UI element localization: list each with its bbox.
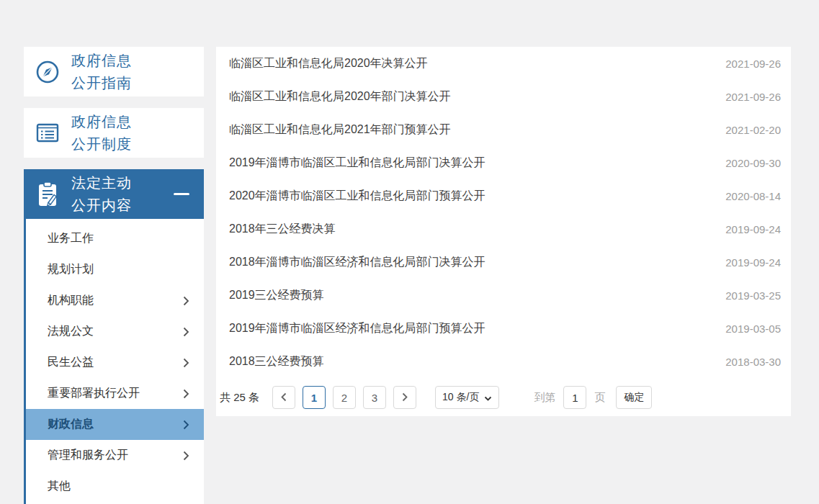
sidebar-submenu: 业务工作 规划计划 机构职能 法规公文 民生公益 (24, 219, 204, 504)
sidebar-item-label: 其他 (48, 479, 71, 494)
sidebar-card-label: 政府信息 公开制度 (71, 111, 132, 156)
article-date: 2020-08-14 (725, 190, 781, 202)
sidebar-item-label: 机构职能 (48, 293, 94, 308)
sidebar-item-other[interactable]: 其他 (26, 471, 204, 502)
article-date: 2020-09-30 (725, 157, 781, 169)
list-item[interactable]: 临淄区工业和信息化局2020年部门决算公开 2021-09-26 (216, 80, 791, 113)
sidebar-card-label: 政府信息 公开指南 (71, 50, 132, 94)
article-date: 2021-09-26 (725, 91, 781, 103)
sidebar-item-label: 重要部署执行公开 (48, 386, 140, 401)
article-title: 2019年淄博市临淄区经济和信息化局部门预算公开 (229, 321, 485, 336)
chevron-right-icon (183, 389, 189, 399)
card-label-line2: 公开指南 (71, 75, 132, 91)
article-title: 2018年淄博市临淄区经济和信息化局部门决算公开 (229, 255, 485, 270)
compass-icon (24, 59, 71, 85)
chevron-right-icon (402, 392, 408, 404)
article-title: 2020年淄博市临淄区工业和信息化局部门预算公开 (229, 189, 485, 204)
card-label-line1: 政府信息 (71, 114, 132, 130)
list-item[interactable]: 2018年三公经费决算 2019-09-24 (216, 212, 791, 246)
chevron-left-icon (281, 392, 287, 404)
chevron-right-icon (183, 296, 189, 306)
article-title: 2019年淄博市临淄区工业和信息化局部门决算公开 (229, 156, 485, 171)
sidebar-item-label: 民生公益 (48, 355, 94, 370)
sidebar-item-label: 管理和服务公开 (48, 448, 128, 463)
page-button-3[interactable]: 3 (363, 386, 386, 409)
sidebar-card-gov-info-system[interactable]: 政府信息 公开制度 (24, 108, 204, 158)
page-size-label: 10 条/页 (442, 391, 479, 404)
sidebar-item-business-work[interactable]: 业务工作 (26, 223, 204, 254)
sidebar-section-statutory-disclosure[interactable]: 法定主动 公开内容 (24, 169, 204, 219)
chevron-right-icon (183, 358, 189, 368)
list-item[interactable]: 2020年淄博市临淄区工业和信息化局部门预算公开 2020-08-14 (216, 179, 791, 212)
goto-page-input[interactable] (563, 386, 586, 409)
list-item[interactable]: 2019三公经费预算 2019-03-25 (216, 279, 791, 312)
list-item[interactable]: 临淄区工业和信息化局2021年部门预算公开 2021-02-20 (216, 113, 791, 146)
sidebar: 政府信息 公开指南 政府信息 公开制度 (24, 47, 204, 504)
ledger-icon (24, 121, 71, 145)
sidebar-card-gov-info-guide[interactable]: 政府信息 公开指南 (24, 47, 204, 96)
section-label-line1: 法定主动 (71, 175, 132, 191)
pagination-total: 共 25 条 (220, 391, 259, 405)
page-size-select[interactable]: 10 条/页 (435, 386, 499, 409)
card-label-line2: 公开制度 (71, 136, 132, 152)
goto-page-prefix: 到第 (534, 391, 555, 405)
list-item[interactable]: 2019年淄博市临淄区经济和信息化局部门预算公开 2019-03-05 (216, 312, 791, 345)
chevron-right-icon (183, 451, 189, 461)
list-item[interactable]: 2019年淄博市临淄区工业和信息化局部门决算公开 2020-09-30 (216, 146, 791, 179)
sidebar-item-planning[interactable]: 规划计划 (26, 254, 204, 285)
article-title: 临淄区工业和信息化局2021年部门预算公开 (229, 122, 451, 138)
sidebar-item-label: 财政信息 (48, 417, 94, 432)
card-label-line1: 政府信息 (71, 53, 132, 68)
confirm-button[interactable]: 确定 (616, 386, 652, 409)
sidebar-item-org-functions[interactable]: 机构职能 (26, 285, 204, 316)
article-title: 2018三公经费预算 (229, 354, 324, 369)
article-date: 2019-03-25 (725, 289, 781, 302)
next-page-button[interactable] (393, 386, 416, 409)
article-date: 2018-03-30 (725, 356, 781, 368)
article-date: 2019-09-24 (725, 256, 781, 269)
sidebar-item-label: 规划计划 (48, 262, 94, 277)
page-button-2[interactable]: 2 (333, 386, 356, 409)
pagination: 共 25 条 1 2 3 10 条/页 到第 (220, 386, 791, 409)
prev-page-button[interactable] (272, 386, 295, 409)
sidebar-item-fiscal-info[interactable]: 财政信息 (26, 409, 204, 440)
sidebar-item-label: 法规公文 (48, 324, 94, 339)
minus-icon[interactable] (174, 193, 189, 195)
article-date: 2021-02-20 (725, 124, 781, 136)
sidebar-item-label: 业务工作 (48, 231, 94, 246)
chevron-down-icon (484, 392, 492, 403)
article-title: 2019三公经费预算 (229, 288, 324, 303)
article-title: 2018年三公经费决算 (229, 222, 336, 237)
list-item[interactable]: 临淄区工业和信息化局2020年决算公开 2021-09-26 (216, 47, 791, 80)
list-item[interactable]: 2018三公经费预算 2018-03-30 (216, 345, 791, 378)
sidebar-item-management-service[interactable]: 管理和服务公开 (26, 440, 204, 471)
sidebar-item-key-deployment[interactable]: 重要部署执行公开 (26, 378, 204, 409)
clipboard-pen-icon (24, 180, 71, 209)
article-title: 临淄区工业和信息化局2020年部门决算公开 (229, 89, 451, 104)
page-button-1[interactable]: 1 (303, 386, 326, 409)
chevron-right-icon (183, 327, 189, 337)
sidebar-section-label: 法定主动 公开内容 (71, 172, 132, 217)
goto-page-suffix: 页 (594, 391, 605, 405)
article-date: 2021-09-26 (725, 58, 781, 70)
article-list-panel: 临淄区工业和信息化局2020年决算公开 2021-09-26 临淄区工业和信息化… (216, 47, 791, 416)
article-title: 临淄区工业和信息化局2020年决算公开 (229, 56, 428, 71)
list-item[interactable]: 2018年淄博市临淄区经济和信息化局部门决算公开 2019-09-24 (216, 246, 791, 279)
sidebar-item-livelihood[interactable]: 民生公益 (26, 347, 204, 378)
chevron-right-icon (183, 420, 189, 430)
section-label-line2: 公开内容 (71, 197, 132, 213)
article-date: 2019-03-05 (725, 323, 781, 335)
sidebar-item-regulations[interactable]: 法规公文 (26, 316, 204, 347)
article-date: 2019-09-24 (725, 223, 781, 235)
page: 政府信息 公开指南 政府信息 公开制度 (0, 0, 819, 504)
